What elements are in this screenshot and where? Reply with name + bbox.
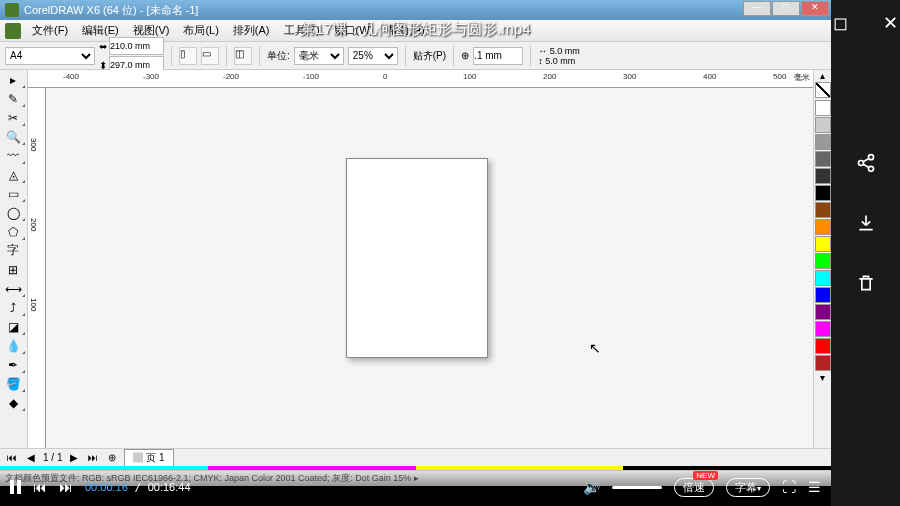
os-titlebar: CorelDRAW X6 (64 位) - [未命名 -1] — □ ✕ [0, 0, 831, 20]
color-swatch[interactable] [815, 100, 831, 116]
next-video-button[interactable]: ⏭ [59, 479, 73, 495]
color-swatch[interactable] [815, 321, 831, 337]
dimension-tool[interactable]: ⟷ [0, 279, 26, 298]
color-swatch[interactable] [815, 304, 831, 320]
horizontal-ruler: -400-300-200-1000100200300400500毫米 [28, 70, 813, 88]
menu-window[interactable]: 窗口(W) [328, 21, 380, 40]
outline-tool[interactable]: ✒ [0, 355, 26, 374]
paper-size-select[interactable]: A4 [5, 47, 95, 65]
menu-tools[interactable]: 工具(T) [278, 21, 326, 40]
duration: 00:16:44 [148, 481, 191, 493]
color-swatch[interactable] [815, 253, 831, 269]
menu-arrange[interactable]: 排列(A) [227, 21, 276, 40]
zoom-select[interactable]: 25% [348, 47, 398, 65]
player-controls: ⏮ ⏭ 00:00:16 / 00:16:44 🔊 倍速NEW 字幕▾ ⛶ ☰ [0, 468, 831, 506]
mouse-cursor-icon: ↖ [589, 340, 601, 356]
maximize-button[interactable]: □ [772, 1, 800, 16]
page-rectangle [346, 158, 488, 358]
volume-button[interactable]: 🔊 [583, 479, 600, 495]
rectangle-tool[interactable]: ▭ [0, 184, 26, 203]
share-button[interactable] [846, 148, 886, 178]
palette-up-icon[interactable]: ▴ [814, 70, 831, 81]
player-sidebar: ◻ ✕ [831, 0, 900, 506]
color-swatch[interactable] [815, 287, 831, 303]
pause-button[interactable] [10, 480, 21, 494]
next-page-button[interactable]: ▶ [67, 452, 81, 463]
shape-tool[interactable]: ✎ [0, 89, 26, 108]
color-swatch[interactable] [815, 219, 831, 235]
color-swatch[interactable] [815, 151, 831, 167]
prev-video-button[interactable]: ⏮ [33, 479, 47, 495]
window-title: CorelDRAW X6 (64 位) - [未命名 -1] [24, 3, 198, 18]
color-swatch[interactable] [815, 185, 831, 201]
eyedropper-tool[interactable]: 💧 [0, 336, 26, 355]
no-color-swatch[interactable] [815, 82, 831, 98]
pip-button[interactable]: ◻ [821, 8, 861, 38]
table-tool[interactable]: ⊞ [0, 260, 26, 279]
color-swatch[interactable] [815, 236, 831, 252]
pick-tool[interactable]: ▸ [0, 70, 26, 89]
color-swatch[interactable] [815, 270, 831, 286]
vertical-ruler: 300200100 [28, 88, 46, 448]
caption-button[interactable]: 字幕▾ [726, 478, 770, 497]
svg-point-2 [868, 166, 873, 171]
ellipse-tool[interactable]: ◯ [0, 203, 26, 222]
add-page-button[interactable]: ⊕ [105, 452, 119, 463]
nudge-icon: ⊕ [461, 50, 469, 61]
svg-point-1 [858, 161, 863, 166]
color-swatch[interactable] [815, 338, 831, 354]
color-swatch[interactable] [815, 134, 831, 150]
playlist-button[interactable]: ☰ [808, 479, 821, 495]
page-width-input[interactable] [109, 37, 164, 55]
connector-tool[interactable]: ⤴ [0, 298, 26, 317]
landscape-button[interactable]: ▭ [201, 47, 219, 65]
page-navigator: ⏮ ◀ 1 / 1 ▶ ⏭ ⊕ ▥ 页 1 [0, 448, 831, 466]
volume-slider[interactable] [612, 486, 662, 489]
app-logo-icon [5, 3, 19, 17]
menu-help[interactable]: 帮助(H) [381, 21, 430, 40]
page-tab[interactable]: ▥ 页 1 [124, 449, 173, 467]
canvas[interactable]: ↖ [46, 88, 813, 448]
current-time: 00:00:16 [85, 481, 128, 493]
menu-layout[interactable]: 布局(L) [177, 21, 224, 40]
fill-tool[interactable]: 🪣 [0, 374, 26, 393]
toolbox: ▸ ✎ ✂ 🔍 〰 ◬ ▭ ◯ ⬠ 字 ⊞ ⟷ ⤴ ◪ 💧 ✒ 🪣 ◆ [0, 70, 28, 448]
effects-tool[interactable]: ◪ [0, 317, 26, 336]
interactive-fill-tool[interactable]: ◆ [0, 393, 26, 412]
color-swatch[interactable] [815, 168, 831, 184]
page-counter: 1 / 1 [43, 452, 62, 463]
dup-x-icon: ↔ [538, 46, 547, 56]
color-swatch[interactable] [815, 117, 831, 133]
zoom-tool[interactable]: 🔍 [0, 127, 26, 146]
width-icon: ⬌ [99, 41, 107, 52]
color-swatch[interactable] [815, 355, 831, 371]
delete-button[interactable] [846, 268, 886, 298]
height-icon: ⬍ [99, 60, 107, 71]
pages-icon[interactable]: ◫ [234, 47, 252, 65]
minimize-button[interactable]: — [743, 1, 771, 16]
polygon-tool[interactable]: ⬠ [0, 222, 26, 241]
close-player-button[interactable]: ✕ [871, 8, 901, 38]
nudge-input[interactable] [473, 47, 523, 65]
svg-point-0 [868, 155, 873, 160]
property-bar: A4 ⬌ ⬍ ▯ ▭ ◫ 单位: 毫米 25% 贴齐(P) ⊕ ↔ 5.0 mm… [0, 42, 831, 70]
crop-tool[interactable]: ✂ [0, 108, 26, 127]
units-label: 单位: [267, 49, 290, 63]
text-tool[interactable]: 字 [0, 241, 26, 260]
download-button[interactable] [846, 208, 886, 238]
palette-down-icon[interactable]: ▾ [814, 372, 831, 383]
snap-label[interactable]: 贴齐(P) [413, 49, 446, 63]
fullscreen-button[interactable]: ⛶ [782, 479, 796, 495]
units-select[interactable]: 毫米 [294, 47, 344, 65]
color-palette: ▴ ▾ [813, 70, 831, 448]
freehand-tool[interactable]: 〰 [0, 146, 26, 165]
portrait-button[interactable]: ▯ [179, 47, 197, 65]
speed-button[interactable]: 倍速NEW [674, 478, 714, 497]
color-swatch[interactable] [815, 202, 831, 218]
last-page-button[interactable]: ⏭ [86, 452, 100, 463]
first-page-button[interactable]: ⏮ [5, 452, 19, 463]
prev-page-button[interactable]: ◀ [24, 452, 38, 463]
menu-file[interactable]: 文件(F) [26, 21, 74, 40]
smart-fill-tool[interactable]: ◬ [0, 165, 26, 184]
svg-line-4 [863, 164, 869, 167]
